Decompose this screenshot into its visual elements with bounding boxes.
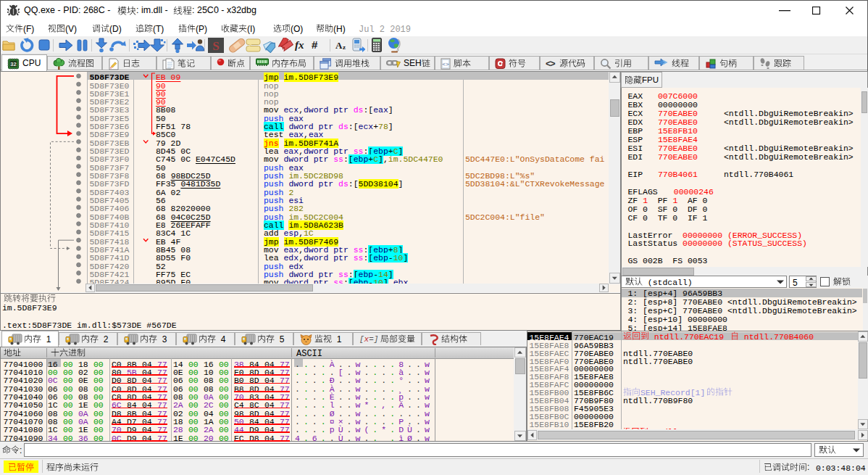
svg-text:S: S <box>212 39 219 53</box>
svg-text:<>: <> <box>442 61 449 67</box>
svg-text:32: 32 <box>10 61 16 67</box>
